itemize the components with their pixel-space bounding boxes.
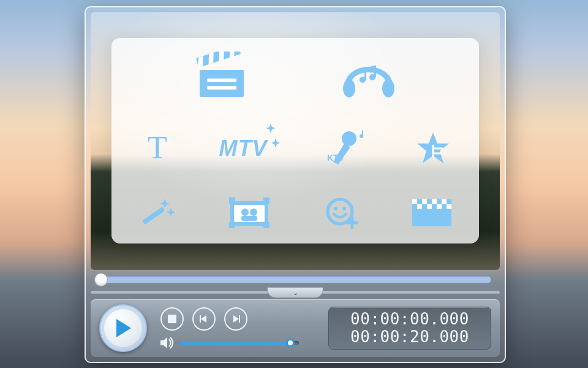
play-button[interactable] xyxy=(99,304,147,352)
svg-rect-4 xyxy=(198,56,203,67)
svg-rect-7 xyxy=(230,52,235,58)
tool-add-emoji[interactable] xyxy=(320,196,363,230)
time-current: 00:00:00.000 xyxy=(350,310,469,328)
step-forward-icon xyxy=(231,314,241,324)
chevron-down-icon: ⌄ xyxy=(293,289,298,297)
sep-line-left xyxy=(91,291,268,294)
svg-rect-29 xyxy=(263,197,270,204)
star-icon xyxy=(415,131,451,166)
text-icon: T xyxy=(140,131,175,166)
svg-marker-46 xyxy=(116,319,131,337)
svg-rect-38 xyxy=(412,199,417,204)
tool-clapper[interactable] xyxy=(191,52,252,101)
svg-point-9 xyxy=(382,79,394,98)
tool-ktv[interactable]: KTV xyxy=(320,130,375,167)
transport-buttons xyxy=(160,307,299,331)
time-display: 00:00:00.000 00:00:20.000 xyxy=(328,307,491,350)
prev-frame-button[interactable] xyxy=(192,307,216,331)
svg-text:T: T xyxy=(148,131,167,165)
svg-point-8 xyxy=(343,79,355,98)
tool-star-effects[interactable] xyxy=(412,130,454,167)
time-total: 00:00:20.000 xyxy=(350,328,469,346)
stop-button[interactable] xyxy=(160,307,184,331)
tool-row-3 xyxy=(130,196,461,230)
svg-marker-48 xyxy=(201,315,206,323)
mosaic-icon xyxy=(412,199,451,226)
volume-slider[interactable] xyxy=(179,339,299,347)
volume-fill xyxy=(179,341,290,345)
frame-icon xyxy=(229,197,270,228)
svg-rect-39 xyxy=(422,199,427,204)
headphones-icon xyxy=(338,52,399,101)
clapper-icon xyxy=(192,52,251,101)
svg-point-32 xyxy=(328,199,352,224)
collapse-handle[interactable]: ⌄ xyxy=(267,287,323,298)
svg-rect-0 xyxy=(200,70,244,97)
tool-row-2: T MTV xyxy=(130,130,461,167)
svg-point-26 xyxy=(250,209,257,216)
svg-rect-5 xyxy=(208,53,213,64)
play-icon xyxy=(114,318,132,339)
tool-magic-wand[interactable] xyxy=(136,196,179,230)
svg-point-33 xyxy=(334,207,337,210)
emoji-add-icon xyxy=(325,197,358,229)
timeline-scrub[interactable] xyxy=(91,274,500,285)
tool-row-1 xyxy=(130,52,461,101)
tool-headphones-music[interactable] xyxy=(338,52,399,101)
microphone-icon: KTV xyxy=(326,130,369,167)
ktv-label: KTV xyxy=(327,153,345,163)
svg-rect-30 xyxy=(229,222,235,228)
stop-icon xyxy=(168,315,176,323)
svg-rect-1 xyxy=(207,79,236,82)
volume-icon[interactable] xyxy=(160,337,174,349)
svg-rect-17 xyxy=(362,130,363,136)
svg-rect-40 xyxy=(432,199,437,204)
svg-rect-2 xyxy=(207,86,236,90)
svg-rect-6 xyxy=(219,52,224,61)
tool-mosaic[interactable] xyxy=(409,196,454,230)
scrub-track xyxy=(99,276,491,283)
tool-panel: T MTV xyxy=(111,38,479,243)
svg-marker-50 xyxy=(233,315,239,323)
svg-point-25 xyxy=(241,209,249,216)
svg-rect-13 xyxy=(374,66,376,77)
svg-rect-49 xyxy=(200,315,201,323)
svg-rect-28 xyxy=(229,197,235,204)
tool-mtv[interactable]: MTV xyxy=(216,130,283,167)
volume-row xyxy=(160,337,299,349)
svg-rect-43 xyxy=(427,204,432,209)
preview-area: T MTV xyxy=(91,12,500,270)
panel-separator: ⌄ xyxy=(91,287,500,298)
control-bar: 00:00:00.000 00:00:20.000 xyxy=(91,299,500,357)
svg-rect-47 xyxy=(168,315,176,323)
svg-rect-31 xyxy=(263,222,270,228)
svg-rect-41 xyxy=(442,199,447,204)
svg-rect-42 xyxy=(417,204,422,209)
svg-rect-44 xyxy=(437,204,442,209)
svg-rect-27 xyxy=(241,216,257,221)
volume-thumb[interactable] xyxy=(286,339,295,347)
svg-marker-52 xyxy=(160,337,167,348)
svg-point-15 xyxy=(342,131,356,146)
tool-picture-frame[interactable] xyxy=(225,196,274,230)
svg-rect-45 xyxy=(447,204,451,209)
next-frame-button[interactable] xyxy=(224,307,247,331)
svg-rect-11 xyxy=(364,70,366,80)
tool-text[interactable]: T xyxy=(136,130,179,167)
svg-rect-22 xyxy=(142,207,165,224)
mtv-label: MTV xyxy=(219,136,268,161)
step-back-icon xyxy=(199,314,209,324)
svg-rect-51 xyxy=(239,315,240,323)
wand-icon xyxy=(139,197,176,228)
secondary-controls xyxy=(160,307,299,349)
scrub-thumb[interactable] xyxy=(94,273,108,286)
sep-line-right xyxy=(322,291,500,294)
player-window: T MTV xyxy=(85,6,506,363)
svg-point-34 xyxy=(342,207,346,210)
